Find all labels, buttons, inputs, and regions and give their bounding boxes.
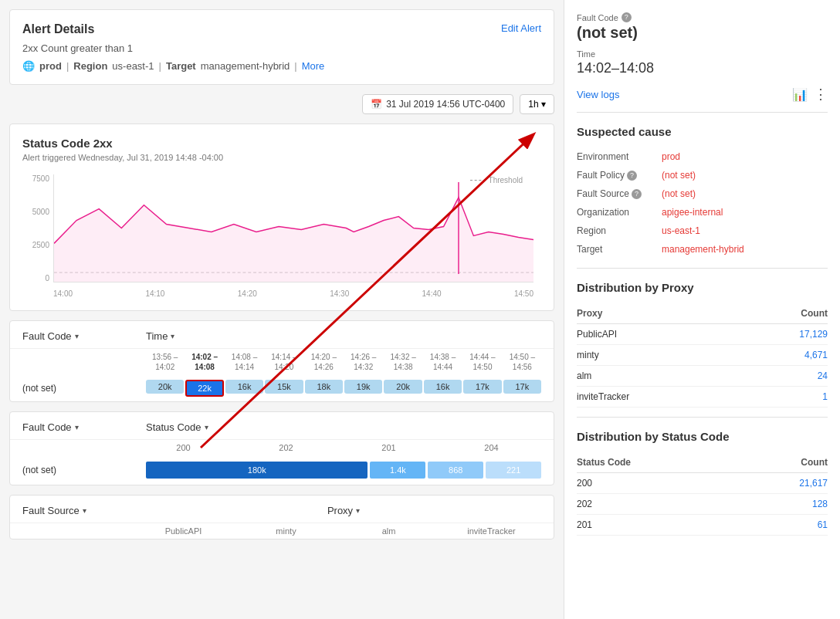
sc-bar-200-label: 180k bbox=[243, 465, 271, 475]
badge-2[interactable]: 16k bbox=[225, 380, 263, 394]
chart-title: Status Code 2xx bbox=[22, 137, 541, 150]
fs-ph-publicapi: PublicAPI bbox=[134, 526, 233, 536]
fault-source-help-icon[interactable]: ? bbox=[632, 189, 642, 199]
view-logs-link[interactable]: View logs bbox=[577, 89, 619, 100]
threshold-label: Threshold bbox=[470, 176, 523, 184]
th-3: 14:14 –14:20 bbox=[265, 352, 303, 372]
sc-bar-201-label: 868 bbox=[444, 465, 467, 475]
x-label-4: 14:40 bbox=[422, 289, 442, 298]
suspected-cause-title: Suspected cause bbox=[577, 125, 828, 138]
edit-alert-link[interactable]: Edit Alert bbox=[501, 22, 541, 34]
dist-sc-row-0: 200 21,617 bbox=[577, 473, 828, 494]
sc-code-label[interactable]: Status Code ▾ bbox=[146, 421, 208, 433]
badge-1[interactable]: 22k bbox=[185, 380, 223, 397]
rp-time-label: Time bbox=[577, 49, 828, 59]
badge-5[interactable]: 19k bbox=[344, 380, 382, 394]
divider-1: | bbox=[66, 60, 69, 72]
sc-bar-204-label: 221 bbox=[502, 465, 525, 475]
alert-details-title: Alert Details bbox=[22, 22, 94, 36]
globe-icon: 🌐 bbox=[22, 60, 35, 72]
th-0: 13:56 –14:02 bbox=[146, 352, 184, 372]
proxy-name-3: inviteTracker bbox=[577, 387, 740, 408]
badge-0[interactable]: 20k bbox=[146, 380, 184, 394]
fs-proxy-col-header: Proxy ▾ bbox=[146, 505, 541, 516]
fs-fault-col-header: Fault Source ▾ bbox=[22, 505, 146, 516]
rp-time-val: 14:02–14:08 bbox=[577, 60, 828, 76]
sc-code-2: 201 bbox=[577, 515, 741, 536]
proxy-name-2: alm bbox=[577, 366, 740, 387]
dist-proxy-row-1: minty 4,671 bbox=[577, 345, 828, 366]
sc-fault-val: (not set) bbox=[22, 465, 146, 475]
rp-divider-3 bbox=[577, 417, 828, 418]
rp-view-logs-row: View logs 📊 ⋮ bbox=[577, 86, 828, 103]
fs-fault-label[interactable]: Fault Source ▾ bbox=[22, 505, 146, 516]
th-7: 14:38 –14:44 bbox=[424, 352, 462, 372]
badge-7[interactable]: 16k bbox=[424, 380, 462, 394]
alert-details-card: Alert Details Edit Alert 2xx Count great… bbox=[9, 9, 554, 85]
y-label-3: 0 bbox=[22, 274, 49, 282]
threshold-line-sample bbox=[470, 180, 486, 181]
badge-9[interactable]: 17k bbox=[503, 380, 541, 394]
more-link[interactable]: More bbox=[302, 60, 325, 72]
sc-fault-label[interactable]: Fault Code ▾ bbox=[22, 421, 146, 433]
time-range-select[interactable]: 1h ▾ bbox=[520, 94, 554, 114]
badge-6[interactable]: 20k bbox=[384, 380, 422, 394]
bar-chart-icon[interactable]: 📊 bbox=[792, 87, 808, 102]
badge-8[interactable]: 17k bbox=[463, 380, 501, 394]
badge-3[interactable]: 15k bbox=[265, 380, 303, 394]
tc-2[interactable]: 16k bbox=[225, 380, 263, 397]
sc-bar-201-el: 868 bbox=[428, 462, 483, 479]
svg-marker-1 bbox=[54, 198, 533, 282]
sc-bar-201: 868 bbox=[428, 462, 483, 479]
sc-label-target: Target bbox=[577, 240, 662, 259]
x-label-5: 14:50 bbox=[514, 289, 533, 298]
fault-source-header: Fault Source ▾ Proxy ▾ bbox=[10, 496, 554, 523]
sc-label-env: Environment bbox=[577, 147, 662, 166]
x-label-1: 14:10 bbox=[145, 289, 164, 298]
tc-9[interactable]: 17k bbox=[503, 380, 541, 397]
sc-fault-col-header: Fault Code ▾ bbox=[22, 421, 146, 433]
th-5: 14:26 –14:32 bbox=[344, 352, 382, 372]
right-panel: Fault Code ? (not set) Time 14:02–14:08 … bbox=[564, 0, 840, 619]
fs-proxy-label[interactable]: Proxy ▾ bbox=[327, 505, 360, 516]
time-col-label[interactable]: Time ▾ bbox=[146, 330, 174, 342]
fault-policy-help-icon[interactable]: ? bbox=[627, 171, 637, 181]
fault-code-help-icon[interactable]: ? bbox=[622, 12, 632, 22]
dist-proxy-table: Proxy Count PublicAPI 17,129 minty 4,671… bbox=[577, 303, 828, 408]
region-label: Region bbox=[73, 60, 107, 72]
dist-proxy-col-header: Proxy bbox=[577, 303, 740, 324]
tc-6[interactable]: 20k bbox=[384, 380, 422, 397]
tc-3[interactable]: 15k bbox=[265, 380, 303, 397]
y-label-1: 5000 bbox=[22, 208, 49, 216]
dist-proxy-row-3: inviteTracker 1 bbox=[577, 387, 828, 408]
sc-row-faultpolicy: Fault Policy ? (not set) bbox=[577, 166, 828, 184]
datetime-button[interactable]: 📅 31 Jul 2019 14:56 UTC-0400 bbox=[362, 94, 513, 114]
suspected-cause-table: Environment prod Fault Policy ? (not set… bbox=[577, 147, 828, 259]
tc-4[interactable]: 18k bbox=[305, 380, 343, 397]
chart-x-labels: 14:00 14:10 14:20 14:30 14:40 14:50 bbox=[53, 289, 533, 298]
tc-0[interactable]: 20k bbox=[146, 380, 184, 397]
fault-code-data-row: (not set) 20k 22k 16k 15k 18k 19k 20k 16… bbox=[10, 375, 554, 401]
sc-h-204: 204 bbox=[442, 443, 541, 452]
sc-bar-204: 221 bbox=[486, 462, 541, 479]
calendar-icon: 📅 bbox=[371, 99, 382, 110]
tc-7[interactable]: 16k bbox=[424, 380, 462, 397]
proxy-name-1: minty bbox=[577, 345, 740, 366]
time-sub-headers: 13:56 –14:02 14:02 –14:08 14:08 –14:14 1… bbox=[10, 349, 554, 375]
sc-bar-202-el: 1.4k bbox=[370, 462, 425, 479]
tc-8[interactable]: 17k bbox=[463, 380, 501, 397]
target-value: management-hybrid bbox=[201, 60, 290, 72]
tc-5[interactable]: 19k bbox=[344, 380, 382, 397]
y-label-0: 7500 bbox=[22, 174, 49, 183]
env-value: prod bbox=[39, 60, 62, 72]
sc-label-region: Region bbox=[577, 222, 662, 240]
tc-1[interactable]: 22k bbox=[185, 380, 223, 397]
sc-h-202: 202 bbox=[236, 443, 336, 452]
more-options-icon[interactable]: ⋮ bbox=[814, 86, 828, 103]
fault-code-label[interactable]: Fault Code ▾ bbox=[22, 330, 146, 342]
badge-4[interactable]: 18k bbox=[305, 380, 343, 394]
region-value: us-east-1 bbox=[112, 60, 154, 72]
fault-code-arrow: ▾ bbox=[75, 332, 79, 340]
chart-y-labels: 7500 5000 2500 0 bbox=[22, 174, 49, 282]
sc-val-org: apigee-internal bbox=[662, 203, 828, 222]
